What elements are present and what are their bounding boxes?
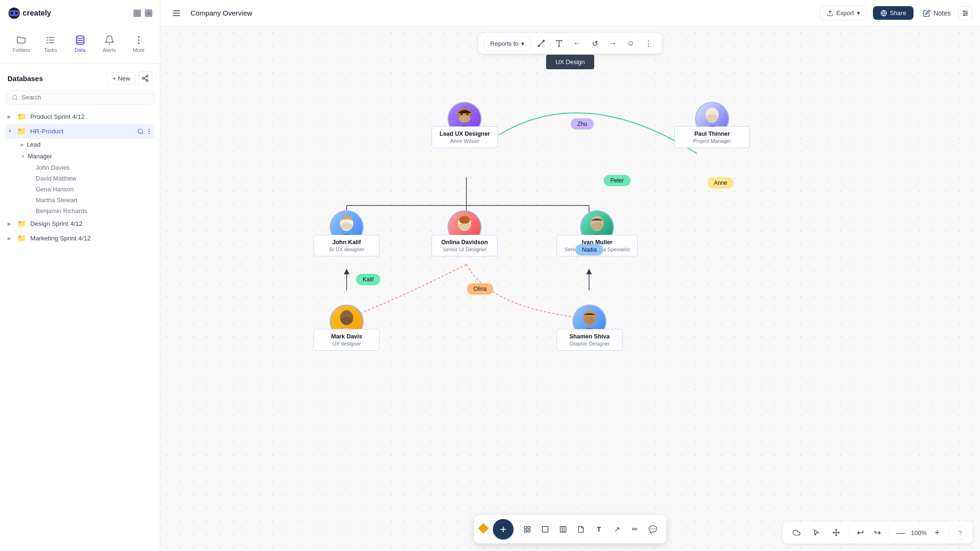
smiley-button[interactable]: ☺	[623, 36, 638, 51]
notes-icon	[923, 9, 930, 17]
separator	[889, 527, 889, 538]
sticky-tool-button[interactable]	[573, 521, 589, 537]
pen-tool-button[interactable]: ✏	[627, 521, 643, 537]
svg-point-60	[591, 222, 603, 230]
search-folder-icon[interactable]	[137, 128, 144, 135]
bubble-peter: Peter	[604, 175, 631, 186]
arrow-left-button[interactable]: ←	[569, 36, 584, 51]
ux-design-label: UX Design	[546, 55, 594, 69]
tree-item-hr-product[interactable]: ▼ 📁 HR-Product	[6, 124, 154, 139]
bubble-kalif: Kalif	[356, 274, 380, 285]
svg-point-49	[459, 115, 470, 123]
member-benjamin-richards[interactable]: Benjamin Richards	[26, 206, 154, 216]
new-button[interactable]: + New	[107, 72, 135, 85]
redo-button[interactable]: ↪	[871, 526, 884, 539]
export-button[interactable]: Export ▾	[820, 6, 867, 20]
chat-tool-button[interactable]: 💬	[645, 521, 661, 537]
bubble-zhu: Zhu	[571, 118, 594, 130]
help-button[interactable]: ?	[954, 526, 967, 539]
close-button[interactable]: ✕	[145, 9, 152, 17]
rect-tool-button[interactable]	[537, 521, 553, 537]
nav-tasks[interactable]: Tasks	[37, 31, 64, 57]
lead-group[interactable]: ▶ Lead	[19, 139, 154, 150]
svg-point-33	[966, 12, 967, 14]
document-title: Company Overview	[191, 9, 814, 17]
svg-point-8	[138, 37, 139, 38]
refresh-button[interactable]: ↺	[587, 36, 602, 51]
svg-point-12	[142, 77, 144, 79]
arrow-right-button[interactable]: →	[605, 36, 620, 51]
topbar: Company Overview Export ▾ Share Notes	[160, 0, 980, 26]
node-shamen-shiva[interactable]: Shamen Shiva Graphic Designer	[556, 304, 623, 351]
member-martha-stewart[interactable]: Martha Stewart	[26, 195, 154, 206]
svg-point-7	[76, 36, 84, 39]
tree-item-product-sprint[interactable]: ▶ 📁 Product Sprint 4/12	[6, 109, 154, 124]
reports-to-dropdown[interactable]: Reports to ▾	[484, 37, 531, 50]
connect-button[interactable]	[138, 71, 152, 85]
bubble-nadia: Nadia	[575, 244, 603, 255]
grid-tool-button[interactable]	[519, 521, 535, 537]
text-format-button[interactable]	[551, 36, 566, 51]
tree-item-marketing-sprint[interactable]: ▶ 📁 Marketing Sprint 4/12	[6, 231, 154, 246]
member-john-davies[interactable]: John Davies	[26, 162, 154, 173]
svg-point-69	[706, 114, 718, 122]
folder-icon: 📁	[17, 234, 26, 243]
member-gena-hanson[interactable]: Gena Hanson	[26, 184, 154, 195]
manager-group[interactable]: ▼ Manager	[19, 150, 154, 162]
nav-more[interactable]: More	[125, 31, 152, 57]
card-anne: Lead UX Designer Anne Wilson	[432, 126, 498, 148]
hamburger-button[interactable]	[168, 5, 185, 22]
chevron-right-icon: ▶	[8, 221, 13, 226]
svg-rect-73	[528, 530, 530, 532]
svg-point-63	[341, 317, 352, 324]
nav-folders[interactable]: Folders	[8, 31, 35, 57]
svg-rect-71	[528, 526, 530, 529]
member-david-matthew[interactable]: David Matthew	[26, 173, 154, 184]
maximize-button[interactable]: ⊡	[133, 9, 141, 17]
svg-point-51	[466, 113, 468, 115]
bubble-olina: Olina	[467, 283, 493, 295]
chevron-down-icon: ▼	[21, 154, 25, 159]
zoom-out-button[interactable]: —	[894, 526, 907, 539]
svg-point-50	[461, 113, 463, 115]
svg-rect-74	[542, 526, 548, 532]
svg-point-32	[963, 10, 965, 12]
nav-data[interactable]: Data	[66, 31, 93, 57]
svg-point-20	[149, 129, 149, 130]
node-john-kalif[interactable]: John Kalif Sr UX designer	[314, 210, 380, 256]
arrow-tool-button[interactable]: ↗	[609, 521, 625, 537]
connect-line-button[interactable]	[533, 36, 548, 51]
folder-icon: 📁	[17, 112, 26, 121]
svg-point-9	[138, 40, 139, 41]
add-element-button[interactable]: +	[493, 519, 514, 540]
tree-item-design-sprint[interactable]: ▶ 📁 Design Sprint 4/12	[6, 216, 154, 231]
search-input[interactable]	[22, 94, 148, 101]
move-button[interactable]	[828, 525, 844, 541]
card-mark: Mark Davis UX designer	[314, 329, 380, 351]
bottom-toolbar: + T ↗	[474, 515, 666, 543]
folder-icon: 📁	[17, 219, 26, 228]
svg-point-22	[149, 133, 149, 133]
text-tool-button[interactable]: T	[591, 521, 607, 537]
undo-button[interactable]: ↩	[854, 526, 867, 539]
topbar-right: Notes	[919, 6, 972, 20]
canvas[interactable]: Reports to ▾ ← ↺ → ☺ ⋮	[160, 26, 980, 551]
columns-tool-button[interactable]	[555, 521, 571, 537]
node-anne-wilson[interactable]: Lead UX Designer Anne Wilson	[432, 102, 498, 148]
cloud-button[interactable]	[789, 525, 805, 541]
cursor-button[interactable]	[808, 525, 824, 541]
separator	[849, 527, 849, 538]
share-button[interactable]: Share	[873, 6, 914, 20]
svg-point-13	[146, 80, 148, 82]
zoom-in-button[interactable]: +	[930, 526, 944, 539]
main-area: Company Overview Export ▾ Share Notes	[160, 0, 980, 551]
more-options-button[interactable]: ⋮	[641, 36, 656, 51]
more-folder-icon[interactable]	[146, 128, 152, 135]
svg-line-17	[16, 99, 17, 99]
settings-button[interactable]	[958, 6, 972, 20]
node-paul-thinner[interactable]: Paul Thinner Project Manager	[674, 102, 750, 148]
node-onlina-davidson[interactable]: Onlina Davidson Senior UI Designer	[432, 210, 498, 256]
nav-alerts[interactable]: Alerts	[96, 31, 123, 57]
notes-button[interactable]: Notes	[919, 7, 955, 20]
node-mark-davis[interactable]: Mark Davis UX designer	[314, 304, 380, 351]
